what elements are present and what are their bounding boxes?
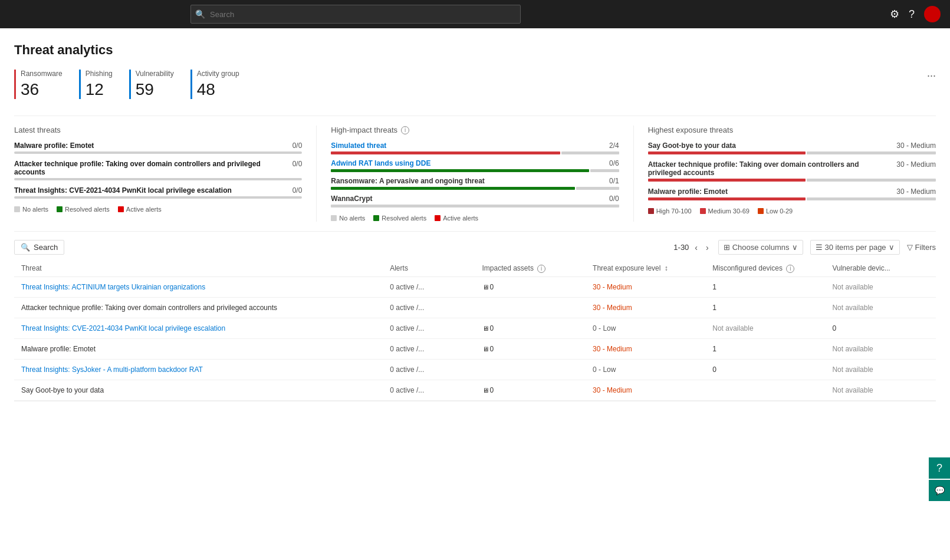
device-icon-3: 🖥: [482, 345, 489, 353]
hi-item-0: Simulated threat 2/4: [331, 141, 619, 154]
threat-name-0: Attacker technique profile: Taking over …: [21, 304, 277, 312]
assets-cell-3: 🖥0: [475, 338, 586, 359]
exposure-cell-1: 30 - Medium: [586, 297, 705, 318]
table-toolbar: 🔍 Search 1-30 ‹ › ⊞ Choose columns ∨ ☰ 3…: [14, 240, 936, 255]
items-per-page-button[interactable]: ☰ 30 items per page ∨: [810, 240, 900, 255]
filters-button[interactable]: ▽ Filters: [907, 243, 936, 252]
alerts-cell-0: 0 active /...: [383, 276, 475, 297]
stat-ransomware: Ransomware 36: [14, 70, 79, 99]
misconfig-info-icon: i: [786, 265, 794, 273]
page-title: Threat analytics: [14, 42, 936, 58]
col-impacted: Impacted assets i: [475, 261, 586, 276]
stat-phishing: Phishing 12: [79, 70, 129, 99]
topbar-icons: ⚙ ?: [890, 6, 941, 22]
more-options-button[interactable]: ···: [927, 70, 936, 82]
misconfig-cell-1: 1: [705, 297, 825, 318]
highest-exposure-list: Say Goot-bye to your data 30 - Medium At…: [648, 141, 936, 200]
threats-panels: Latest threats Malware profile: Emotet 0…: [14, 116, 936, 222]
high-impact-legend: No alerts Resolved alerts Active alerts: [331, 215, 619, 222]
table-body: Threat Insights: ACTINIUM targets Ukrain…: [14, 276, 936, 400]
threat-name-link-2[interactable]: Threat Insights: CVE-2021-4034 PwnKit lo…: [21, 324, 225, 332]
hi-item-3: WannaCrypt 0/0: [331, 195, 619, 207]
device-icon-5: 🖥: [482, 387, 489, 394]
items-per-page-icon: ☰: [816, 243, 823, 252]
col-misconfig: Misconfigured devices i: [705, 261, 825, 276]
side-buttons: ? 💬: [929, 457, 950, 501]
assets-cell-2: 🖥0: [475, 318, 586, 338]
pagination-range: 1-30: [673, 243, 689, 252]
misconfig-cell-2: Not available: [705, 318, 825, 338]
hi-item-1: Adwind RAT lands using DDE 0/6: [331, 159, 619, 172]
he-item-2: Malware profile: Emotet 30 - Medium: [648, 187, 936, 200]
latest-threats-list: Malware profile: Emotet 0/0 Attacker tec…: [14, 141, 302, 199]
alerts-cell-2: 0 active /...: [383, 318, 475, 338]
misconfig-cell-4: 0: [705, 359, 825, 380]
misconfig-cell-5: [705, 380, 825, 400]
vulnerable-cell-4: Not available: [825, 359, 936, 380]
stat-activity-group: Activity group 48: [190, 70, 256, 99]
avatar[interactable]: [924, 6, 941, 22]
threat-name-link-4[interactable]: Threat Insights: SysJoker - A multi-plat…: [21, 365, 203, 374]
he-item-0: Say Goot-bye to your data 30 - Medium: [648, 141, 936, 154]
assets-cell-4: [475, 359, 586, 380]
latest-threats-title: Latest threats: [14, 126, 302, 134]
threat-name-3: Malware profile: Emotet: [21, 345, 96, 353]
feedback-button[interactable]: 💬: [929, 480, 950, 501]
device-icon-0: 🖥: [482, 284, 489, 291]
high-impact-panel: High-impact threats i Simulated threat 2…: [317, 126, 633, 222]
highest-exposure-title: Highest exposure threats: [648, 126, 936, 134]
exposure-cell-0: 30 - Medium: [586, 276, 705, 297]
columns-icon: ⊞: [724, 243, 730, 252]
threat-name-link-0[interactable]: Threat Insights: ACTINIUM targets Ukrain…: [21, 283, 205, 291]
threat-name-5: Say Goot-bye to your data: [21, 386, 104, 394]
col-exposure: Threat exposure level ↕: [586, 261, 705, 276]
alerts-cell-4: 0 active /...: [383, 359, 475, 380]
topbar: 🔍 ⚙ ?: [0, 0, 950, 28]
settings-icon[interactable]: ⚙: [890, 8, 899, 21]
vulnerable-cell-5: Not available: [825, 380, 936, 400]
vulnerable-cell-2: 0: [825, 318, 936, 338]
misconfig-cell-3: 1: [705, 338, 825, 359]
stat-vulnerability: Vulnerability 59: [129, 70, 190, 99]
table-header-row: Threat Alerts Impacted assets i Threat e…: [14, 261, 936, 276]
table-wrapper: Threat Alerts Impacted assets i Threat e…: [14, 261, 936, 401]
vulnerable-cell-3: Not available: [825, 338, 936, 359]
choose-columns-button[interactable]: ⊞ Choose columns ∨: [718, 240, 803, 255]
alerts-cell-1: 0 active /...: [383, 297, 475, 318]
vulnerable-cell-0: Not available: [825, 276, 936, 297]
topbar-search-input[interactable]: [190, 5, 521, 24]
chat-button[interactable]: ?: [929, 457, 950, 479]
table-search-label: Search: [34, 243, 58, 252]
exposure-cell-5: 30 - Medium: [586, 380, 705, 400]
table-section: 🔍 Search 1-30 ‹ › ⊞ Choose columns ∨ ☰ 3…: [14, 231, 936, 401]
stat-activity-group-value: 48: [197, 80, 239, 99]
assets-cell-0: 🖥0: [475, 276, 586, 297]
col-threat: Threat: [14, 261, 383, 276]
alerts-cell-5: 0 active /...: [383, 380, 475, 400]
main-content: Threat analytics Ransomware 36 Phishing …: [0, 28, 950, 560]
table-row: Threat Insights: ACTINIUM targets Ukrain…: [14, 276, 936, 297]
table-search-button[interactable]: 🔍 Search: [14, 240, 64, 255]
exposure-cell-2: 0 - Low: [586, 318, 705, 338]
alerts-cell-3: 0 active /...: [383, 338, 475, 359]
hi-item-2: Ransomware: A pervasive and ongoing thre…: [331, 177, 619, 190]
stat-vulnerability-label: Vulnerability: [136, 70, 174, 78]
highest-exposure-legend: High 70-100 Medium 30-69 Low 0-29: [648, 207, 936, 215]
table-search-icon: 🔍: [21, 243, 30, 252]
pagination-next-button[interactable]: ›: [704, 242, 711, 253]
items-per-page-chevron: ∨: [889, 243, 895, 252]
assets-cell-5: 🖥0: [475, 380, 586, 400]
table-row: Threat Insights: SysJoker - A multi-plat…: [14, 359, 936, 380]
stat-activity-group-label: Activity group: [197, 70, 239, 78]
topbar-search-icon: 🔍: [195, 9, 205, 19]
items-per-page-label: 30 items per page: [825, 243, 886, 252]
filter-icon: ▽: [907, 243, 913, 252]
help-icon[interactable]: ?: [909, 8, 915, 21]
vulnerable-cell-1: Not available: [825, 297, 936, 318]
exposure-sort-icon[interactable]: ↕: [665, 264, 668, 272]
stat-vulnerability-value: 59: [136, 80, 174, 99]
highest-exposure-panel: Highest exposure threats Say Goot-bye to…: [634, 126, 936, 222]
high-impact-list: Simulated threat 2/4 Adwind RAT lands us…: [331, 141, 619, 207]
pagination-prev-button[interactable]: ‹: [692, 242, 700, 253]
topbar-search-container: 🔍: [190, 5, 521, 24]
